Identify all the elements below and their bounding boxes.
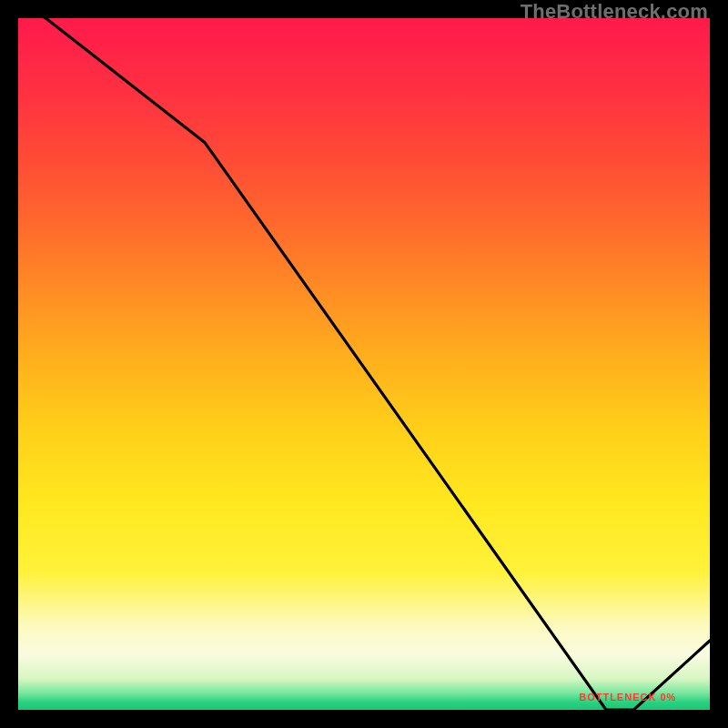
bottom-label: BOTTLENECK 0% — [579, 692, 676, 703]
bottleneck-chart: BOTTLENECK 0% — [18, 18, 710, 710]
plot-gradient-background — [18, 18, 710, 710]
watermark-text: TheBottleneck.com — [521, 0, 708, 24]
chart-frame: BOTTLENECK 0% — [18, 18, 710, 710]
